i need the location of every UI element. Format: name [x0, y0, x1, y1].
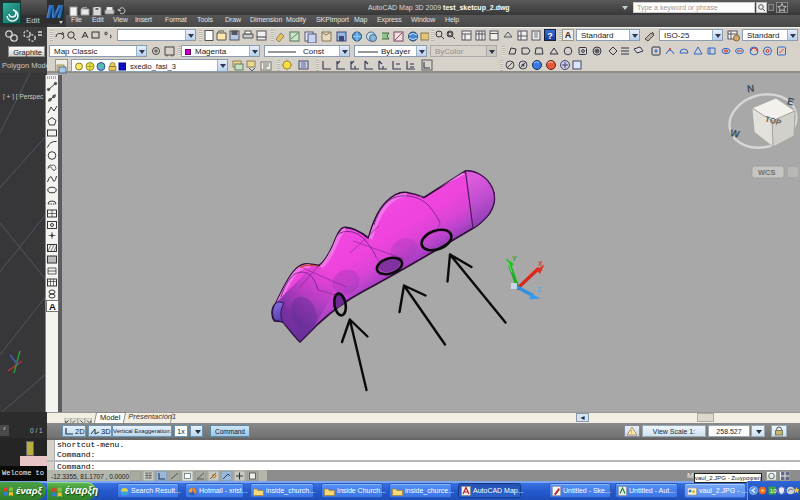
- svg-text:WCS: WCS: [758, 168, 776, 177]
- svg-text:Z: Z: [537, 286, 542, 293]
- svg-text:W: W: [729, 127, 741, 140]
- svg-text:N: N: [746, 83, 755, 95]
- svg-text:X: X: [538, 260, 543, 267]
- svg-text:10: 10: [770, 488, 777, 494]
- svg-text:Y: Y: [512, 255, 517, 262]
